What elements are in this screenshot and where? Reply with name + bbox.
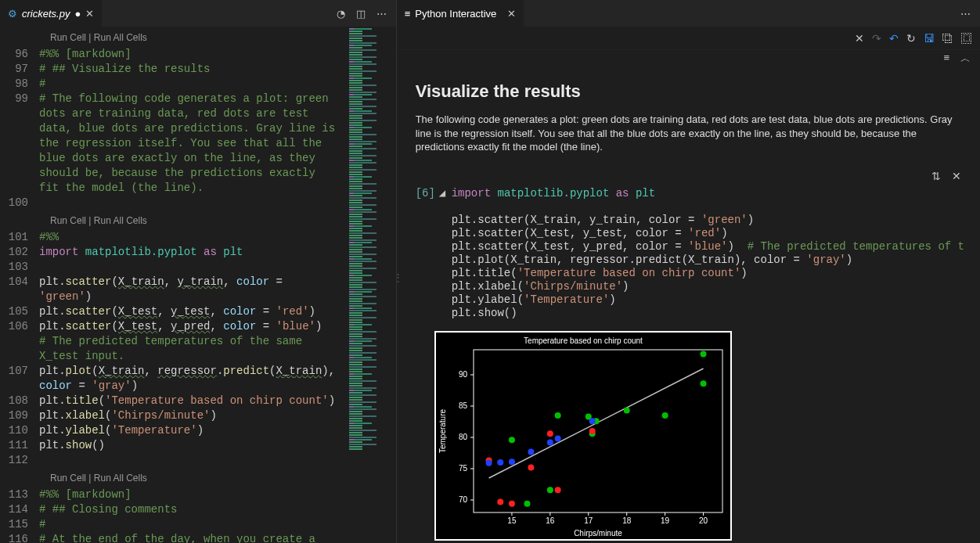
editor-line[interactable]: 101#%%	[0, 230, 396, 245]
editor-line[interactable]: 106plt.scatter(X_test, y_pred, color = '…	[0, 319, 396, 364]
line-number: 113	[0, 487, 39, 502]
editor-line[interactable]: 111plt.show()	[0, 438, 396, 453]
line-number: 114	[0, 502, 39, 517]
line-code: plt.title('Temperature based on chirp co…	[39, 394, 396, 408]
editor-line[interactable]: 109plt.xlabel('Chirps/minute')	[0, 408, 396, 423]
codelens[interactable]: Run Cell | Run All Cells	[0, 27, 396, 47]
line-number: 100	[0, 196, 39, 210]
line-number: 110	[0, 423, 39, 438]
interactive-tab[interactable]: ≡ Python Interactive ✕	[397, 0, 524, 27]
more-actions-icon[interactable]: ⋯	[377, 8, 387, 20]
svg-text:90: 90	[459, 370, 468, 379]
copy-icon[interactable]: ⿻	[942, 32, 953, 45]
svg-text:70: 70	[459, 495, 468, 504]
collapse-up-icon[interactable]: ︿	[960, 52, 971, 66]
editor-line[interactable]: 97# ## Visualize the results	[0, 62, 396, 77]
line-number: 109	[0, 408, 39, 423]
save-icon[interactable]: 🖫	[924, 32, 935, 45]
modified-dot-icon: ●	[74, 8, 81, 20]
line-code: # ## Closing comments	[39, 502, 396, 517]
editor-tab-crickets[interactable]: ⚙ crickets.py ● ✕	[0, 0, 102, 27]
line-number: 96	[0, 47, 39, 62]
editor-line[interactable]: 115#	[0, 517, 396, 532]
line-number: 106	[0, 319, 39, 364]
line-number: 97	[0, 62, 39, 77]
settings-icon[interactable]: ≡	[943, 52, 949, 66]
line-code: # The following code generates a plot: g…	[39, 92, 396, 196]
line-code: plt.show()	[39, 438, 396, 453]
line-number: 107	[0, 364, 39, 394]
svg-point-44	[589, 428, 595, 434]
line-code	[39, 196, 396, 210]
editor-line[interactable]: 114# ## Closing comments	[0, 502, 396, 517]
svg-text:20: 20	[699, 516, 708, 525]
editor-area[interactable]: Run Cell | Run All Cells96#%% [markdown]…	[0, 27, 396, 543]
editor-line[interactable]: 102import matplotlib.pyplot as plt	[0, 245, 396, 260]
expand-icon[interactable]: ⿴	[961, 32, 972, 45]
svg-point-51	[589, 418, 595, 424]
line-number: 102	[0, 245, 39, 260]
minimap[interactable]	[348, 27, 396, 543]
cell-settings-icon[interactable]: ⇅	[931, 170, 941, 182]
svg-point-45	[485, 459, 492, 466]
codelens[interactable]: Run Cell | Run All Cells	[0, 210, 396, 230]
svg-point-50	[554, 435, 560, 441]
close-tab-icon[interactable]: ✕	[85, 8, 94, 20]
restart-icon[interactable]: ↻	[906, 32, 916, 45]
undo-icon[interactable]: ↶	[889, 32, 899, 45]
svg-point-36	[700, 380, 706, 387]
svg-point-35	[661, 412, 668, 419]
line-code	[39, 260, 396, 275]
interactive-tabbar: ≡ Python Interactive ✕ ⋯	[397, 0, 980, 27]
line-number: 104	[0, 275, 39, 304]
editor-line[interactable]: 99# The following code generates a plot:…	[0, 92, 396, 196]
svg-point-30	[554, 412, 560, 419]
run-above-icon[interactable]: ◔	[337, 8, 345, 20]
editor-line[interactable]: 98#	[0, 77, 396, 92]
line-code: plt.scatter(X_test, y_pred, color = 'blu…	[39, 319, 396, 364]
editor-line[interactable]: 105plt.scatter(X_test, y_test, color = '…	[0, 304, 396, 319]
svg-point-48	[528, 448, 534, 455]
editor-line[interactable]: 107plt.plot(X_train, regressor.predict(X…	[0, 364, 396, 394]
chart-svg: Temperature based on chirp count15161718…	[436, 333, 730, 539]
editor-line[interactable]: 113#%% [markdown]	[0, 487, 396, 502]
line-code: # At the end of the day, when you create…	[39, 532, 396, 543]
editor-tabbar: ⚙ crickets.py ● ✕ ◔ ◫ ⋯	[0, 0, 396, 27]
collapse-cell-icon[interactable]: ◢	[439, 187, 452, 320]
more-actions-icon[interactable]: ⋯	[960, 8, 971, 20]
line-number: 99	[0, 92, 39, 196]
svg-point-49	[547, 439, 553, 445]
code-cell: [6] ◢ import matplotlib.pyplot as plt pl…	[416, 187, 964, 320]
chart-output: Temperature based on chirp count15161718…	[434, 331, 732, 541]
cell-close-icon[interactable]: ✕	[952, 170, 961, 182]
close-icon[interactable]: ✕	[855, 32, 864, 45]
svg-point-41	[528, 464, 534, 470]
editor-line[interactable]: 103	[0, 260, 396, 275]
line-code: #%%	[39, 230, 396, 245]
python-file-icon: ⚙	[8, 8, 17, 20]
line-number: 116	[0, 532, 39, 543]
editor-line[interactable]: 108plt.title('Temperature based on chirp…	[0, 394, 396, 408]
editor-line[interactable]: 110plt.ylabel('Temperature')	[0, 423, 396, 438]
svg-point-47	[509, 458, 515, 465]
split-drag-handle[interactable]: ⋮	[393, 272, 399, 303]
svg-point-29	[547, 487, 553, 493]
redo-icon[interactable]: ↷	[872, 32, 881, 45]
codelens[interactable]: Run Cell | Run All Cells	[0, 468, 396, 487]
editor-line[interactable]: 116# At the end of the day, when you cre…	[0, 532, 396, 543]
editor-line[interactable]: 100	[0, 196, 396, 210]
svg-text:85: 85	[459, 401, 468, 410]
svg-text:Chirps/minute: Chirps/minute	[574, 529, 622, 538]
editor-line[interactable]: 96#%% [markdown]	[0, 47, 396, 62]
split-editor-icon[interactable]: ◫	[356, 8, 366, 20]
line-code: plt.xlabel('Chirps/minute')	[39, 408, 396, 423]
editor-line[interactable]: 112	[0, 453, 396, 468]
interactive-output[interactable]: Visualize the results The following code…	[397, 67, 980, 543]
svg-point-37	[700, 351, 706, 357]
line-code: import matplotlib.pyplot as plt	[39, 245, 396, 260]
editor-line[interactable]: 104plt.scatter(X_train, y_train, color =…	[0, 275, 396, 304]
close-interactive-icon[interactable]: ✕	[507, 8, 516, 20]
output-heading: Visualize the results	[416, 81, 964, 102]
svg-rect-1	[474, 350, 722, 512]
svg-text:16: 16	[546, 516, 555, 525]
